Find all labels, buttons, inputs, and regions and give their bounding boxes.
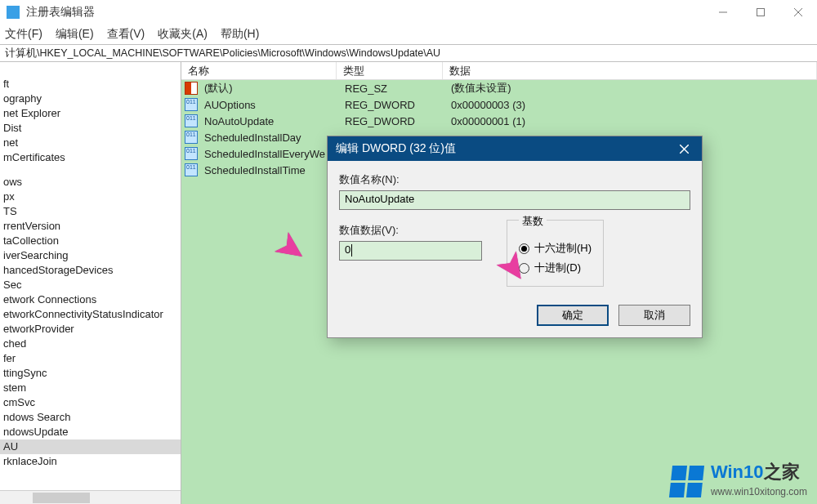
table-row[interactable]: NoAutoUpdateREG_DWORD0x00000001 (1) <box>181 113 817 129</box>
tree-item[interactable]: ft <box>0 77 181 91</box>
table-row[interactable]: AUOptionsREG_DWORD0x00000003 (3) <box>181 96 817 113</box>
value-name-label: 数值名称(N): <box>339 172 690 187</box>
tree-item[interactable]: rknlaceJoin <box>0 454 181 469</box>
menu-edit[interactable]: 编辑(E) <box>56 27 94 42</box>
registry-tree[interactable]: ftographynet ExplorerDistnetmCertificate… <box>0 62 181 504</box>
value-data-field[interactable]: 0 <box>339 241 482 261</box>
watermark: Win10之家 www.win10xitong.com <box>671 460 807 497</box>
window-titlebar: 注册表编辑器 <box>0 0 817 25</box>
cell-type: REG_SZ <box>343 83 449 95</box>
table-row[interactable]: (默认)REG_SZ(数值未设置) <box>181 80 817 96</box>
value-type-icon <box>185 82 198 95</box>
base-group: 基数 十六进制(H) 十进制(D) <box>507 220 604 287</box>
regedit-icon <box>7 6 20 19</box>
maximize-button[interactable] <box>742 0 779 25</box>
tree-item[interactable]: AU <box>0 439 181 454</box>
tree-item[interactable]: ows <box>0 175 181 190</box>
values-header: 名称 类型 数据 <box>181 62 817 80</box>
base-legend: 基数 <box>519 214 547 229</box>
tree-item[interactable]: cmSvc <box>0 395 181 410</box>
tree-item[interactable]: net <box>0 136 181 150</box>
cell-type: REG_DWORD <box>343 115 449 127</box>
menu-favorites[interactable]: 收藏夹(A) <box>158 27 208 42</box>
tree-item[interactable]: TS <box>0 204 181 219</box>
tree-item[interactable]: etwork Connections <box>0 292 181 307</box>
tree-scrollbar[interactable] <box>0 490 181 504</box>
close-button[interactable] <box>779 0 817 25</box>
watermark-url: www.win10xitong.com <box>711 486 807 497</box>
edit-dword-dialog: 编辑 DWORD (32 位)值 数值名称(N): NoAutoUpdate 数… <box>327 136 703 338</box>
cell-name: ScheduledInstallEveryWe <box>203 148 343 160</box>
tree-item[interactable]: mCertificates <box>0 150 181 165</box>
value-type-icon <box>185 147 198 160</box>
menubar: 文件(F) 编辑(E) 查看(V) 收藏夹(A) 帮助(H) <box>0 25 817 44</box>
col-header-type[interactable]: 类型 <box>337 62 443 79</box>
menu-file[interactable]: 文件(F) <box>5 27 42 42</box>
tree-item[interactable]: net Explorer <box>0 106 181 121</box>
minimize-button[interactable] <box>704 0 742 25</box>
tree-item[interactable]: Dist <box>0 121 181 136</box>
tree-item[interactable]: px <box>0 190 181 204</box>
cell-data: 0x00000003 (3) <box>449 99 817 111</box>
value-type-icon <box>185 163 198 176</box>
radio-hex[interactable]: 十六进制(H) <box>519 239 592 258</box>
tree-item[interactable]: ndows Search <box>0 410 181 425</box>
col-header-data[interactable]: 数据 <box>443 62 817 79</box>
value-data-label: 数值数据(V): <box>339 223 482 238</box>
col-header-name[interactable]: 名称 <box>181 62 337 79</box>
dialog-close-button[interactable] <box>666 136 702 161</box>
tree-item[interactable]: etworkProvider <box>0 322 181 337</box>
cell-name: NoAutoUpdate <box>203 115 343 127</box>
radio-dec[interactable]: 十进制(D) <box>519 258 592 278</box>
value-type-icon <box>185 131 198 144</box>
cell-data: (数值未设置) <box>449 81 817 96</box>
value-type-icon <box>185 98 198 111</box>
windows-logo-icon <box>669 466 704 497</box>
tree-item[interactable]: rrentVersion <box>0 219 181 234</box>
tree-item[interactable]: iverSearching <box>0 248 181 263</box>
tree-item[interactable]: hancedStorageDevices <box>0 263 181 278</box>
tree-item[interactable]: stem <box>0 381 181 395</box>
tree-item[interactable]: ched <box>0 337 181 351</box>
cell-name: (默认) <box>203 81 343 96</box>
value-type-icon <box>185 114 198 127</box>
cancel-button[interactable]: 取消 <box>618 305 690 326</box>
window-title: 注册表编辑器 <box>26 5 95 20</box>
value-name-field[interactable]: NoAutoUpdate <box>339 190 690 210</box>
radio-dot-icon <box>519 243 529 254</box>
dialog-titlebar[interactable]: 编辑 DWORD (32 位)值 <box>328 136 702 161</box>
radio-dot-icon <box>519 263 529 274</box>
cell-name: AUOptions <box>203 99 343 111</box>
ok-button[interactable]: 确定 <box>537 305 609 326</box>
tree-item[interactable]: ography <box>0 91 181 106</box>
cell-type: REG_DWORD <box>343 99 449 111</box>
menu-view[interactable]: 查看(V) <box>107 27 145 42</box>
cell-data: 0x00000001 (1) <box>449 115 817 127</box>
tree-item[interactable]: etworkConnectivityStatusIndicator <box>0 307 181 322</box>
cell-name: ScheduledInstallTime <box>203 164 343 176</box>
svg-rect-0 <box>757 9 765 16</box>
tree-item[interactable]: ndowsUpdate <box>0 425 181 439</box>
tree-item[interactable]: taCollection <box>0 234 181 248</box>
address-bar[interactable]: 计算机\HKEY_LOCAL_MACHINE\SOFTWARE\Policies… <box>0 44 817 62</box>
tree-item[interactable]: fer <box>0 351 181 366</box>
tree-item[interactable]: Sec <box>0 278 181 292</box>
tree-item[interactable]: ttingSync <box>0 366 181 381</box>
dialog-title-text: 编辑 DWORD (32 位)值 <box>336 141 456 156</box>
menu-help[interactable]: 帮助(H) <box>221 27 259 42</box>
cell-name: ScheduledInstallDay <box>203 132 343 144</box>
